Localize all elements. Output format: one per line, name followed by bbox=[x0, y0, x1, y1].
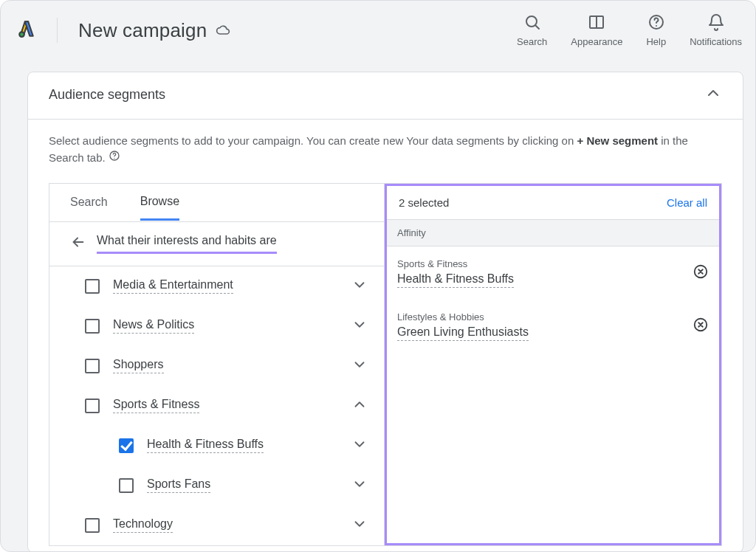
chevron-down-icon[interactable] bbox=[351, 317, 368, 336]
category-row[interactable]: Technology bbox=[49, 506, 384, 545]
category-checkbox[interactable] bbox=[85, 359, 100, 373]
browse-breadcrumb-row: What their interests and habits are bbox=[49, 222, 384, 266]
close-circle-icon bbox=[693, 322, 709, 335]
help-tooltip-icon[interactable] bbox=[109, 151, 120, 164]
cloud-status-icon bbox=[216, 23, 230, 38]
selected-item: Lifestyles & HobbiesGreen Living Enthusi… bbox=[387, 300, 719, 353]
selected-item-name: Health & Fitness Buffs bbox=[397, 272, 514, 288]
app-frame: New campaign Search Appearance Help N bbox=[0, 0, 756, 552]
selected-item-info: Sports & FitnessHealth & Fitness Buffs bbox=[397, 258, 514, 288]
app-bar-tools: Search Appearance Help Notifications bbox=[517, 13, 742, 47]
selected-list: Sports & FitnessHealth & Fitness BuffsLi… bbox=[387, 246, 719, 353]
audience-card: Audience segments Select audience segmen… bbox=[27, 72, 743, 552]
selected-column: 2 selected Clear all Affinity Sports & F… bbox=[385, 184, 721, 545]
card-title: Audience segments bbox=[49, 87, 165, 103]
divider bbox=[57, 18, 58, 43]
help-button[interactable]: Help bbox=[646, 13, 666, 47]
remove-button[interactable] bbox=[693, 317, 709, 336]
subcategory-row[interactable]: Health & Fitness Buffs bbox=[49, 426, 384, 466]
category-checkbox[interactable] bbox=[85, 399, 100, 413]
bell-icon bbox=[707, 13, 725, 33]
category-row[interactable]: News & Politics bbox=[49, 306, 384, 346]
category-row[interactable]: Shoppers bbox=[49, 346, 384, 386]
subcategory-label: Sports Fans bbox=[147, 477, 210, 493]
selected-item: Sports & FitnessHealth & Fitness Buffs bbox=[387, 246, 719, 300]
brand-logo-icon bbox=[17, 19, 36, 41]
category-label: Media & Entertainment bbox=[113, 278, 233, 294]
selected-header: 2 selected Clear all bbox=[387, 186, 719, 220]
notifications-label: Notifications bbox=[690, 36, 742, 47]
helper-text: Select audience segments to add to your … bbox=[28, 120, 743, 183]
browse-left-column: Search Browse What their interests and h… bbox=[49, 184, 385, 545]
selected-count: 2 selected bbox=[399, 196, 449, 209]
breadcrumb-text: What their interests and habits are bbox=[97, 234, 277, 254]
category-list: Media & EntertainmentNews & PoliticsShop… bbox=[49, 266, 384, 545]
svg-point-1 bbox=[526, 16, 537, 27]
selected-item-name: Green Living Enthusiasts bbox=[397, 325, 529, 341]
search-button[interactable]: Search bbox=[517, 13, 547, 47]
chevron-down-icon[interactable] bbox=[351, 356, 368, 376]
appearance-button[interactable]: Appearance bbox=[571, 13, 622, 47]
category-checkbox[interactable] bbox=[85, 518, 100, 533]
chevron-up-icon[interactable] bbox=[351, 396, 368, 415]
card-header-row[interactable]: Audience segments bbox=[28, 72, 743, 120]
subcategory-checkbox[interactable] bbox=[119, 478, 134, 493]
selected-group-label: Affinity bbox=[387, 220, 719, 246]
subcategory-label: Health & Fitness Buffs bbox=[147, 438, 264, 453]
search-icon bbox=[523, 13, 541, 33]
helper-pre: Select audience segments to add to your … bbox=[49, 134, 577, 147]
browse-tabs: Search Browse bbox=[49, 184, 384, 222]
category-label: News & Politics bbox=[113, 318, 194, 334]
remove-button[interactable] bbox=[693, 263, 709, 283]
chevron-down-icon[interactable] bbox=[351, 476, 368, 495]
tab-browse[interactable]: Browse bbox=[140, 184, 179, 221]
clear-all-button[interactable]: Clear all bbox=[667, 196, 707, 209]
app-bar-left: New campaign bbox=[17, 18, 230, 43]
appearance-icon bbox=[588, 13, 605, 33]
chevron-down-icon[interactable] bbox=[351, 277, 368, 296]
category-row[interactable]: Media & Entertainment bbox=[49, 266, 384, 306]
svg-point-0 bbox=[19, 32, 24, 37]
subcategory-checkbox[interactable] bbox=[119, 438, 134, 453]
chevron-down-icon[interactable] bbox=[351, 436, 368, 455]
arrow-left-icon bbox=[70, 234, 86, 250]
selected-item-info: Lifestyles & HobbiesGreen Living Enthusi… bbox=[397, 311, 529, 341]
help-icon bbox=[647, 13, 665, 33]
collapse-icon bbox=[704, 84, 722, 106]
appearance-label: Appearance bbox=[571, 36, 622, 47]
page-title-text: New campaign bbox=[78, 19, 207, 42]
back-button[interactable] bbox=[70, 234, 86, 253]
selected-item-path: Lifestyles & Hobbies bbox=[397, 311, 529, 322]
help-label: Help bbox=[646, 36, 666, 47]
selected-item-path: Sports & Fitness bbox=[397, 258, 514, 269]
search-label: Search bbox=[517, 36, 547, 47]
category-checkbox[interactable] bbox=[85, 279, 100, 294]
tab-search[interactable]: Search bbox=[70, 185, 108, 219]
category-checkbox[interactable] bbox=[85, 319, 100, 334]
category-label: Sports & Fitness bbox=[113, 398, 199, 413]
close-circle-icon bbox=[693, 269, 709, 282]
chevron-down-icon[interactable] bbox=[351, 516, 368, 535]
category-label: Technology bbox=[113, 517, 173, 533]
app-bar: New campaign Search Appearance Help N bbox=[1, 1, 755, 60]
subcategory-row[interactable]: Sports Fans bbox=[49, 466, 384, 506]
category-row[interactable]: Sports & Fitness bbox=[49, 386, 384, 426]
category-label: Shoppers bbox=[113, 358, 164, 373]
page-title: New campaign bbox=[78, 19, 230, 42]
helper-bold: + New segment bbox=[577, 134, 658, 147]
notifications-button[interactable]: Notifications bbox=[690, 13, 742, 47]
browse-columns: Search Browse What their interests and h… bbox=[49, 183, 722, 546]
